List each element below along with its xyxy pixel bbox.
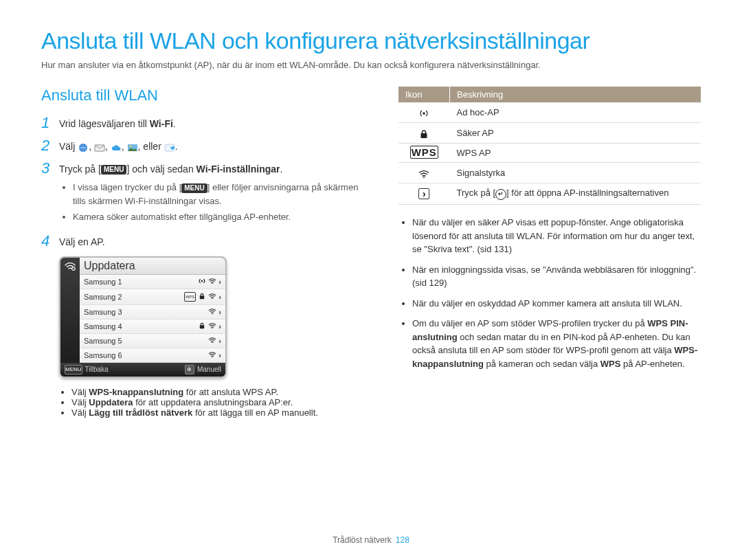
step-4: Välj en AP.	[59, 234, 371, 249]
svg-rect-8	[200, 295, 204, 299]
table-row: Säker AP	[398, 123, 701, 144]
step-3-bullet: Kamera söker automatiskt efter tillgängl…	[73, 210, 371, 224]
wifi-icon	[208, 337, 216, 345]
svg-point-7	[212, 282, 213, 283]
menu-icon: MENU	[65, 365, 82, 374]
refresh-row[interactable]: Uppdatera	[80, 258, 225, 275]
manual-button[interactable]: ⊕ Manuell	[143, 363, 225, 377]
chevron-right-icon: ›	[218, 322, 221, 331]
cloud-icon	[111, 142, 122, 152]
svg-point-9	[212, 298, 213, 298]
wifi-icon	[208, 308, 216, 316]
svg-point-14	[212, 356, 213, 357]
step-3-bullet: I vissa lägen trycker du på [MENU] eller…	[73, 181, 371, 208]
ap-name: Samsung 6	[80, 350, 204, 361]
scene-icon	[127, 142, 138, 152]
chevron-right-icon: ›	[218, 351, 221, 359]
right-bullet: När du väljer en oskyddad AP kommer kame…	[412, 297, 701, 311]
left-bullet: Välj Lägg till trådlöst nätverk för att …	[71, 407, 371, 418]
chevron-right-icon: ›	[218, 337, 221, 345]
back-button[interactable]: MENU Tillbaka	[60, 363, 143, 377]
table-row: WPS WPS AP	[398, 144, 701, 163]
step-1: Vrid lägesväljaren till Wi-Fi.	[59, 115, 371, 131]
right-bullet: När du väljer en säker AP visas ett popu…	[412, 216, 701, 256]
wifi-icon	[208, 293, 216, 301]
left-bullet: Välj Uppdatera för att uppdatera anslutn…	[71, 397, 371, 407]
table-row: › Tryck på [↵] för att öppna AP-inställn…	[398, 183, 701, 205]
chevron-right-icon: ›	[218, 278, 221, 286]
ap-row[interactable]: Samsung 2WPS›	[80, 289, 225, 305]
chevron-right-icon: ›	[218, 293, 221, 301]
globe-icon	[78, 142, 89, 152]
ap-name: Samsung 1	[80, 276, 194, 287]
icon-table-header-icon: Ikon	[398, 87, 450, 102]
arrow-right-icon: ›	[418, 188, 429, 199]
chevron-right-icon: ›	[218, 308, 221, 316]
lock-icon	[419, 127, 429, 139]
wifi-icon	[208, 351, 216, 359]
adhoc-icon	[418, 107, 429, 118]
svg-point-12	[212, 327, 213, 328]
mail-icon	[94, 142, 105, 152]
adhoc-icon	[198, 278, 206, 286]
wps-icon: WPS	[184, 292, 196, 302]
wps-icon: WPS	[410, 146, 438, 159]
step-2: Välj , , , , eller	[59, 138, 371, 154]
icon-table: Ikon Beskrivning Ad hoc-AP	[398, 87, 701, 205]
left-bullet: Välj WPS-knappanslutning för att ansluta…	[71, 387, 371, 397]
wifi-icon	[208, 278, 216, 286]
ap-row[interactable]: Samsung 4›	[80, 320, 225, 334]
menu-icon: MENU	[181, 183, 207, 193]
section-heading: Ansluta till WLAN	[41, 87, 371, 104]
lock-icon	[198, 322, 206, 331]
ap-list-widget: Uppdatera Samsung 1›Samsung 2WPS›Samsung…	[59, 256, 227, 378]
page-title: Ansluta till WLAN och konfigurera nätver…	[41, 27, 701, 54]
ap-name: Samsung 4	[80, 321, 194, 332]
step-3: Tryck på [MENU] och välj sedan Wi-Fi-ins…	[59, 161, 371, 227]
wifi-icon	[418, 167, 429, 179]
ap-row[interactable]: Samsung 6›	[80, 348, 225, 363]
ap-row[interactable]: Samsung 5›	[80, 334, 225, 348]
ap-name: Samsung 5	[80, 335, 204, 346]
svg-point-3	[129, 146, 131, 148]
ap-row[interactable]: Samsung 3›	[80, 305, 225, 320]
step-number: 2	[41, 138, 59, 154]
table-row: Signalstyrka	[398, 163, 701, 183]
menu-icon: MENU	[101, 165, 126, 175]
intro-text: Hur man ansluter via en åtkomstpunkt (AP…	[41, 60, 701, 70]
icon-table-header-desc: Beskrivning	[450, 87, 701, 102]
table-row: Ad hoc-AP	[398, 102, 701, 123]
wifi-icon	[208, 322, 216, 331]
page-footer: Trådlöst nätverk128	[0, 535, 742, 545]
step-number: 1	[41, 115, 59, 131]
manual-icon: ⊕	[185, 365, 194, 374]
lock-icon	[198, 293, 206, 301]
svg-point-10	[212, 313, 213, 313]
ap-name: Samsung 2	[80, 291, 180, 302]
svg-rect-16	[421, 133, 427, 138]
step-number: 3	[41, 161, 59, 227]
svg-point-13	[212, 341, 213, 342]
svg-rect-11	[200, 325, 204, 328]
svg-point-17	[423, 177, 425, 178]
wifi-settings-icon	[64, 262, 76, 273]
bird-icon	[164, 142, 175, 152]
right-bullet: Om du väljer en AP som stöder WPS-profil…	[412, 317, 701, 370]
svg-point-15	[423, 112, 425, 115]
ap-row[interactable]: Samsung 1›	[80, 275, 225, 289]
return-icon: ↵	[495, 189, 506, 200]
svg-point-6	[201, 280, 203, 282]
ap-name: Samsung 3	[80, 306, 204, 317]
step-number: 4	[41, 234, 59, 249]
right-bullet: När en inloggningssida visas, se "Använd…	[412, 263, 701, 290]
